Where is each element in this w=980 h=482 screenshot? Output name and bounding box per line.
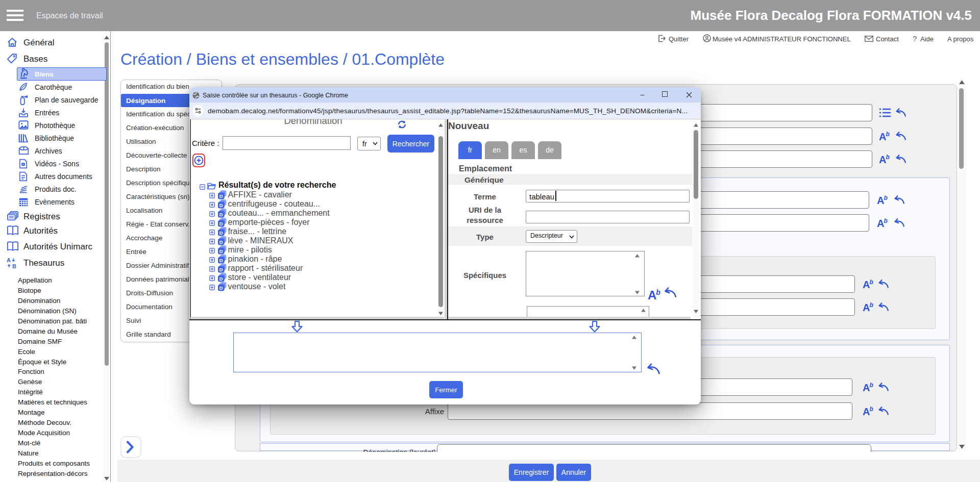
svg-text:D: D: [219, 248, 223, 254]
svg-text:D: D: [219, 267, 223, 272]
svg-text:D: D: [219, 239, 223, 245]
svg-text:D: D: [219, 230, 223, 236]
svg-text:D: D: [219, 276, 223, 282]
svg-text:D: D: [219, 258, 223, 263]
svg-text:B: B: [12, 263, 16, 269]
svg-text:D: D: [219, 221, 223, 226]
svg-text:D: D: [219, 193, 223, 199]
svg-text:D: D: [219, 202, 223, 208]
svg-text:D: D: [219, 212, 223, 217]
svg-text:A: A: [7, 257, 11, 263]
svg-text:D: D: [219, 285, 223, 291]
